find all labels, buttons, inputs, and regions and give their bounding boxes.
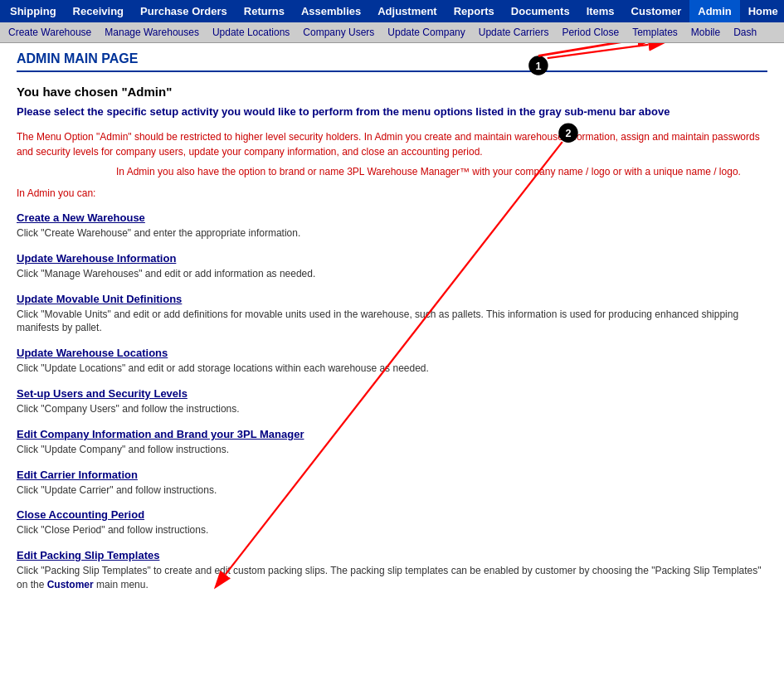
section-desc-create-warehouse: Click "Create Warehouse" and enter the a… xyxy=(17,226,767,240)
section-desc-update-warehouse-info: Click "Manage Warehouses" and edit or ad… xyxy=(17,267,767,281)
chosen-header: You have chosen "Admin" xyxy=(17,85,767,99)
section-create-warehouse: Create a New Warehouse Click "Create War… xyxy=(17,211,767,240)
top-nav: Shipping Receiving Purchase Orders Retur… xyxy=(0,0,784,22)
packing-slip-desc-part2: main menu. xyxy=(94,579,149,590)
nav-purchase-orders[interactable]: Purchase Orders xyxy=(132,0,236,22)
subnav-company-users[interactable]: Company Users xyxy=(296,22,381,42)
section-desc-packing-slip: Click "Packing Slip Templates" to create… xyxy=(17,564,767,592)
nav-items[interactable]: Items xyxy=(578,0,623,22)
nav-reports[interactable]: Reports xyxy=(446,0,503,22)
subnav-update-company[interactable]: Update Company xyxy=(381,22,471,42)
section-desc-company-info: Click "Update Company" and follow instru… xyxy=(17,443,767,457)
section-title-warehouse-locations[interactable]: Update Warehouse Locations xyxy=(17,347,767,359)
subnav-create-warehouse[interactable]: Create Warehouse xyxy=(2,22,98,42)
nav-shipping[interactable]: Shipping xyxy=(2,0,65,22)
section-update-warehouse-info: Update Warehouse Information Click "Mana… xyxy=(17,252,767,281)
section-desc-close-period: Click "Close Period" and follow instruct… xyxy=(17,523,767,537)
section-desc-warehouse-locations: Click "Update Locations" and edit or add… xyxy=(17,362,767,376)
nav-documents[interactable]: Documents xyxy=(503,0,578,22)
section-packing-slip: Edit Packing Slip Templates Click "Packi… xyxy=(17,549,767,592)
section-warehouse-locations: Update Warehouse Locations Click "Update… xyxy=(17,347,767,376)
subnav-manage-warehouses[interactable]: Manage Warehouses xyxy=(98,22,206,42)
subnav-update-locations[interactable]: Update Locations xyxy=(206,22,296,42)
section-close-period: Close Accounting Period Click "Close Per… xyxy=(17,508,767,537)
section-title-create-warehouse[interactable]: Create a New Warehouse xyxy=(17,211,767,224)
description-text-1: The Menu Option "Admin" should be restri… xyxy=(17,129,767,159)
page-title: Admin Main Page xyxy=(17,51,767,72)
nav-assemblies[interactable]: Assemblies xyxy=(293,0,369,22)
nav-customer[interactable]: Customer xyxy=(623,0,690,22)
section-movable-units: Update Movable Unit Definitions Click "M… xyxy=(17,293,767,336)
section-title-packing-slip[interactable]: Edit Packing Slip Templates xyxy=(17,549,767,561)
section-desc-movable-units: Click "Movable Units" and edit or add de… xyxy=(17,308,767,336)
section-title-carrier-info[interactable]: Edit Carrier Information xyxy=(17,469,767,481)
section-carrier-info: Edit Carrier Information Click "Update C… xyxy=(17,469,767,498)
section-title-movable-units[interactable]: Update Movable Unit Definitions xyxy=(17,293,767,305)
subnav-dash[interactable]: Dash xyxy=(727,22,763,42)
customer-link[interactable]: Customer xyxy=(47,579,94,590)
can-text: In Admin you can: xyxy=(17,187,767,199)
subnav-templates[interactable]: Templates xyxy=(626,22,684,42)
section-title-users-security[interactable]: Set-up Users and Security Levels xyxy=(17,387,767,400)
nav-receiving[interactable]: Receiving xyxy=(65,0,132,22)
section-company-info: Edit Company Information and Brand your … xyxy=(17,428,767,457)
section-title-close-period[interactable]: Close Accounting Period xyxy=(17,508,767,521)
section-desc-carrier-info: Click "Update Carrier" and follow instru… xyxy=(17,483,767,498)
sub-nav: Create Warehouse Manage Warehouses Updat… xyxy=(0,22,784,43)
section-title-company-info[interactable]: Edit Company Information and Brand your … xyxy=(17,428,767,440)
instruction-header: Please select the specific setup activit… xyxy=(17,105,767,118)
subnav-period-close[interactable]: Period Close xyxy=(555,22,626,42)
nav-home[interactable]: Home xyxy=(740,0,784,22)
section-users-security: Set-up Users and Security Levels Click "… xyxy=(17,387,767,416)
section-title-update-warehouse-info[interactable]: Update Warehouse Information xyxy=(17,252,767,265)
subnav-update-carriers[interactable]: Update Carriers xyxy=(472,22,556,42)
nav-adjustment[interactable]: Adjustment xyxy=(369,0,446,22)
section-desc-users-security: Click "Company Users" and follow the ins… xyxy=(17,402,767,416)
subnav-mobile[interactable]: Mobile xyxy=(684,22,727,42)
chosen-section: You have chosen "Admin" Please select th… xyxy=(17,85,767,118)
nav-returns[interactable]: Returns xyxy=(236,0,293,22)
nav-admin[interactable]: Admin xyxy=(689,0,739,22)
page-content: 1 2 Admin Main Page You have chosen "Adm… xyxy=(0,43,784,612)
description-text-2: In Admin you also have the option to bra… xyxy=(116,164,767,179)
